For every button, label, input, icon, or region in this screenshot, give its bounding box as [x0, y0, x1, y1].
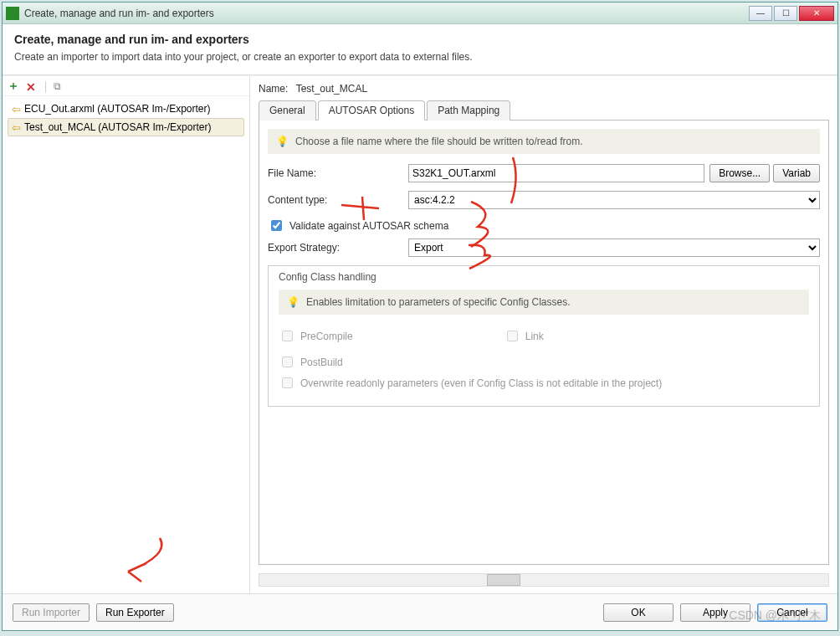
- exportstrategy-row: Export Strategy: Export: [268, 238, 820, 257]
- tab-autosar-options[interactable]: AUTOSAR Options: [318, 100, 425, 121]
- separator: |: [44, 80, 47, 92]
- overwrite-checkbox-row[interactable]: Overwrite readonly parameters (even if C…: [279, 375, 809, 391]
- body: ＋ ✕ | ⧉ ⇦ ECU_Out.arxml (AUTOSAR Im-/Exp…: [3, 75, 837, 593]
- tab-general[interactable]: General: [259, 100, 316, 121]
- tip-text: Choose a file name where the file should…: [295, 136, 583, 147]
- sidebar-toolbar: ＋ ✕ | ⧉: [3, 76, 249, 96]
- group-tip: 💡 Enables limitation to parameters of sp…: [279, 290, 809, 315]
- validate-checkbox-row[interactable]: Validate against AUTOSAR schema: [268, 218, 820, 233]
- browse-button[interactable]: Browse...: [709, 164, 770, 182]
- horizontal-scrollbar[interactable]: [259, 573, 829, 587]
- validate-label: Validate against AUTOSAR schema: [289, 220, 448, 232]
- exporter-list: ⇦ ECU_Out.arxml (AUTOSAR Im-/Exporter) ⇦…: [3, 96, 249, 593]
- link-label: Link: [525, 331, 544, 342]
- list-item[interactable]: ⇦ ECU_Out.arxml (AUTOSAR Im-/Exporter): [8, 100, 244, 118]
- exportstrategy-select[interactable]: Export: [408, 238, 820, 257]
- app-icon: [6, 7, 19, 20]
- filename-label: File Name:: [268, 167, 408, 179]
- group-tip-text: Enables limitation to parameters of spec…: [306, 296, 570, 308]
- tab-content: 💡 Choose a file name where the file shou…: [259, 121, 829, 565]
- contenttype-label: Content type:: [268, 194, 408, 206]
- cancel-button[interactable]: Cancel: [757, 603, 827, 622]
- run-importer-button[interactable]: Run Importer: [13, 603, 90, 622]
- precompile-checkbox-row[interactable]: PreCompile: [279, 328, 353, 344]
- titlebar[interactable]: Create, manage and run im- and exporters…: [3, 3, 837, 24]
- dialog-window: Create, manage and run im- and exporters…: [2, 2, 838, 631]
- filename-row: File Name: Browse... Variab: [268, 164, 820, 182]
- overwrite-checkbox[interactable]: [282, 377, 293, 388]
- details-panel: Name: Test_out_MCAL General AUTOSAR Opti…: [250, 76, 837, 593]
- sidebar: ＋ ✕ | ⧉ ⇦ ECU_Out.arxml (AUTOSAR Im-/Exp…: [3, 76, 250, 593]
- run-exporter-button[interactable]: Run Exporter: [96, 603, 174, 622]
- exporter-icon: ⇦: [12, 103, 21, 115]
- tip-bar: 💡 Choose a file name where the file shou…: [268, 129, 820, 154]
- config-class-group: Config Class handling 💡 Enables limitati…: [268, 265, 820, 407]
- link-checkbox-row[interactable]: Link: [504, 328, 544, 344]
- ok-button[interactable]: OK: [603, 603, 674, 622]
- list-item-label: ECU_Out.arxml (AUTOSAR Im-/Exporter): [24, 103, 210, 115]
- postbuild-checkbox-row[interactable]: PostBuild: [279, 354, 809, 370]
- scrollbar-thumb[interactable]: [487, 574, 520, 586]
- postbuild-checkbox[interactable]: [282, 356, 293, 367]
- page-title: Create, manage and run im- and exporters: [14, 33, 826, 46]
- validate-checkbox[interactable]: [271, 220, 282, 231]
- exportstrategy-label: Export Strategy:: [268, 242, 408, 254]
- maximize-button[interactable]: ☐: [774, 6, 797, 21]
- overwrite-label: Overwrite readonly parameters (even if C…: [300, 377, 662, 389]
- window-buttons: — ☐ ✕: [749, 6, 834, 21]
- copy-icon[interactable]: ⧉: [54, 80, 65, 92]
- close-button[interactable]: ✕: [799, 6, 834, 21]
- name-row: Name: Test_out_MCAL: [259, 83, 829, 95]
- tabs: General AUTOSAR Options Path Mapping: [259, 100, 829, 121]
- lightbulb-icon: 💡: [276, 136, 289, 147]
- minimize-button[interactable]: —: [749, 6, 772, 21]
- lightbulb-icon: 💡: [287, 296, 300, 308]
- delete-icon[interactable]: ✕: [26, 80, 38, 92]
- window-title: Create, manage and run im- and exporters: [24, 8, 749, 19]
- filename-input[interactable]: [408, 164, 704, 182]
- add-icon[interactable]: ＋: [8, 80, 19, 92]
- variables-button[interactable]: Variab: [773, 164, 820, 182]
- contenttype-row: Content type: asc:4.2.2: [268, 191, 820, 209]
- page-subtitle: Create an importer to import data into y…: [14, 51, 826, 63]
- exporter-icon: ⇦: [12, 121, 21, 134]
- footer: Run Importer Run Exporter OK Apply Cance…: [3, 593, 837, 630]
- header: Create, manage and run im- and exporters…: [3, 24, 837, 75]
- precompile-checkbox[interactable]: [282, 331, 293, 341]
- postbuild-label: PostBuild: [300, 356, 343, 368]
- precompile-label: PreCompile: [300, 331, 353, 342]
- list-item-label: Test_out_MCAL (AUTOSAR Im-/Exporter): [24, 121, 211, 133]
- name-label: Name:: [259, 83, 288, 95]
- name-value: Test_out_MCAL: [296, 83, 367, 95]
- group-title: Config Class handling: [279, 271, 809, 283]
- link-checkbox[interactable]: [507, 331, 518, 341]
- contenttype-select[interactable]: asc:4.2.2: [408, 191, 820, 209]
- tab-path-mapping[interactable]: Path Mapping: [427, 100, 510, 121]
- apply-button[interactable]: Apply: [680, 603, 750, 622]
- list-item[interactable]: ⇦ Test_out_MCAL (AUTOSAR Im-/Exporter): [8, 118, 244, 136]
